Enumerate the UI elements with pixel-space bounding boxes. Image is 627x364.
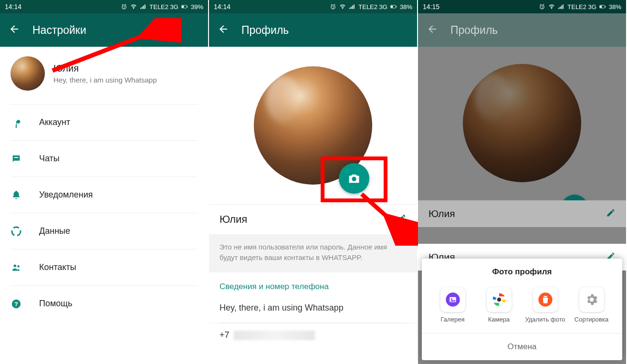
svg-rect-18 <box>349 8 350 9</box>
status-bar: 14:14 TELE2 3G 39% <box>0 0 208 13</box>
back-button[interactable] <box>218 23 229 37</box>
name-hint: Это не имя пользователя или пароль. Данн… <box>209 234 417 272</box>
back-button[interactable] <box>427 23 438 37</box>
about-text[interactable]: Hey, there, i am using Whatsapp <box>209 296 417 322</box>
svg-rect-35 <box>605 6 606 8</box>
gear-icon <box>579 287 604 312</box>
status-time: 14:15 <box>423 3 439 10</box>
svg-rect-34 <box>600 6 602 8</box>
menu-label: Уведомления <box>39 190 93 200</box>
carrier-label: TELE2 3G <box>567 3 596 10</box>
svg-point-17 <box>343 8 343 9</box>
option-label: Галерея <box>441 316 465 323</box>
screenshot-photo-sheet: 14:15 TELE2 3G 38% Профиль Юлия <box>418 0 627 364</box>
svg-rect-4 <box>143 6 144 9</box>
help-icon: ? <box>10 299 22 309</box>
camera-color-icon <box>487 287 512 312</box>
alarm-icon <box>539 3 545 10</box>
signal-icon <box>140 3 146 10</box>
battery-percent: 39% <box>191 3 203 10</box>
svg-rect-5 <box>145 4 146 9</box>
name-row[interactable]: Юлия <box>209 204 417 234</box>
wifi-icon <box>130 3 137 10</box>
menu-item-chats[interactable]: Чаты <box>10 140 198 177</box>
option-delete[interactable]: Удалить фото <box>524 287 567 323</box>
screenshot-settings: 14:14 TELE2 3G 39% Настройки Юлия Hey, t… <box>0 0 209 364</box>
data-icon <box>10 226 22 237</box>
svg-point-10 <box>12 227 21 236</box>
option-label: Сортировка <box>575 316 608 323</box>
gallery-icon <box>440 287 465 312</box>
chat-icon <box>10 154 22 164</box>
avatar <box>10 56 45 91</box>
svg-rect-30 <box>560 7 561 9</box>
svg-point-28 <box>552 8 552 9</box>
option-label: Камера <box>488 316 510 323</box>
wifi-icon <box>339 3 346 10</box>
app-bar: Настройки <box>0 13 208 47</box>
svg-rect-23 <box>391 6 393 8</box>
status-time: 14:14 <box>5 3 21 10</box>
svg-point-1 <box>134 8 134 9</box>
svg-point-39 <box>450 298 452 300</box>
profile-header[interactable]: Юлия Hey, there, i am using Whatsapp <box>0 47 208 104</box>
alarm-icon <box>330 3 336 10</box>
alarm-icon <box>121 3 127 10</box>
menu-label: Аккаунт <box>39 117 70 127</box>
status-time: 14:14 <box>214 3 230 10</box>
menu-label: Чаты <box>39 154 60 164</box>
back-button[interactable] <box>9 23 20 37</box>
camera-icon <box>347 172 361 185</box>
photo-options-sheet: Фото профиля Галерея Камера <box>422 259 622 360</box>
app-bar: Профиль <box>209 13 417 47</box>
battery-percent: 38% <box>400 3 412 10</box>
wifi-icon <box>548 3 555 10</box>
sheet-title: Фото профиля <box>427 267 617 277</box>
cancel-button[interactable]: Отмена <box>422 333 622 360</box>
phone-number-redacted <box>234 331 315 340</box>
svg-point-42 <box>497 298 501 302</box>
svg-point-11 <box>14 264 17 267</box>
status-icons: TELE2 3G 38% <box>330 3 412 10</box>
screenshot-profile: 14:14 TELE2 3G 38% Профиль Юлия Это не и… <box>209 0 418 364</box>
svg-point-12 <box>17 265 20 267</box>
menu-item-help[interactable]: ? Помощь <box>10 285 198 322</box>
svg-rect-8 <box>187 6 188 8</box>
signal-icon <box>349 3 355 10</box>
section-header: Сведения и номер телефона <box>209 272 417 296</box>
battery-icon <box>599 3 606 10</box>
profile-name: Юлия <box>219 213 247 226</box>
svg-rect-3 <box>142 7 143 9</box>
svg-rect-2 <box>140 8 141 9</box>
svg-rect-24 <box>396 6 397 8</box>
battery-percent: 38% <box>609 3 621 10</box>
svg-point-25 <box>352 177 356 181</box>
svg-text:?: ? <box>14 300 18 307</box>
menu-item-account[interactable]: Аккаунт <box>10 104 198 140</box>
svg-rect-31 <box>561 6 562 9</box>
option-label: Удалить фото <box>525 316 565 323</box>
page-title: Настройки <box>32 24 86 37</box>
change-photo-fab[interactable] <box>339 163 369 194</box>
option-camera[interactable]: Камера <box>478 287 521 323</box>
option-sort[interactable]: Сортировка <box>570 287 613 323</box>
option-gallery[interactable]: Галерея <box>431 287 474 323</box>
profile-name: Юлия <box>53 63 157 74</box>
menu-item-notifications[interactable]: Уведомления <box>10 177 198 213</box>
contacts-icon <box>10 262 22 273</box>
battery-icon <box>181 3 188 10</box>
bell-icon <box>10 190 22 200</box>
svg-rect-7 <box>182 6 184 8</box>
svg-rect-9 <box>14 157 18 158</box>
signal-icon <box>558 3 564 10</box>
menu-item-contacts[interactable]: Контакты <box>10 249 198 285</box>
trash-icon <box>533 287 558 312</box>
menu-item-data[interactable]: Данные <box>10 213 198 249</box>
status-icons: TELE2 3G 39% <box>121 3 203 10</box>
svg-rect-19 <box>351 7 352 9</box>
edit-name-button[interactable] <box>396 213 407 226</box>
phone-number-row[interactable]: +7 <box>209 323 417 347</box>
page-title: Профиль <box>241 24 289 37</box>
menu-label: Помощь <box>39 299 73 309</box>
carrier-label: TELE2 3G <box>149 3 178 10</box>
